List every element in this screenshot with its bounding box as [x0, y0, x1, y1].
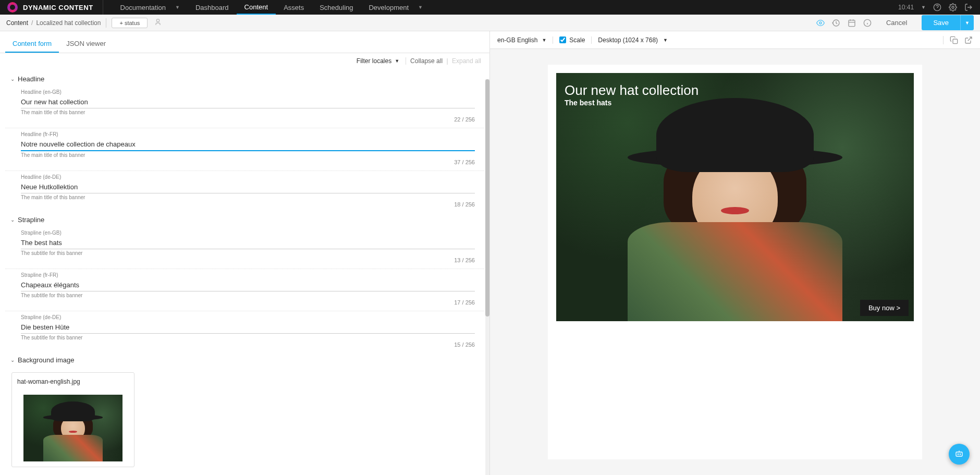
char-count: 22 / 256 — [21, 116, 475, 123]
field-strapline-en: Strapline (en-GB) The subtitle for this … — [21, 230, 475, 263]
help-icon[interactable] — [933, 3, 941, 11]
headline-de-input[interactable] — [21, 181, 475, 193]
tab-content-form[interactable]: Content form — [5, 35, 59, 53]
calendar-icon[interactable] — [848, 19, 856, 27]
section-bgimage: ⌄ Background image hat-woman-english.jpg — [5, 353, 484, 467]
save-dropdown-button[interactable]: ▼ — [960, 15, 974, 30]
char-count: 37 / 256 — [21, 159, 475, 165]
language-dropdown[interactable]: en-GB English▼ — [497, 36, 553, 44]
breadcrumb-current: Localized hat collection — [36, 19, 101, 27]
field-label: Strapline (de-DE) — [21, 314, 475, 320]
history-icon[interactable] — [832, 19, 840, 27]
form-body: ⌄ Headline Headline (en-GB) The main tit… — [0, 69, 489, 475]
headline-en-input[interactable] — [21, 96, 475, 108]
external-link-icon[interactable] — [964, 36, 973, 44]
char-count: 18 / 256 — [21, 201, 475, 208]
collapse-all-button[interactable]: Collapse all — [410, 57, 443, 65]
preview-headline: Our new hat collection — [565, 82, 699, 99]
field-help: The main title of this banner — [21, 152, 475, 158]
field-separator — [5, 128, 484, 128]
logout-icon[interactable] — [964, 3, 973, 11]
strapline-de-input[interactable] — [21, 321, 475, 334]
scale-checkbox-input[interactable] — [559, 36, 566, 43]
breadcrumb: Content / Localized hat collection — [6, 19, 101, 27]
expand-all-button[interactable]: Expand all — [452, 57, 481, 65]
chevron-down-icon: ▼ — [418, 5, 423, 10]
tab-json-viewer[interactable]: JSON viewer — [59, 35, 113, 53]
section-strapline-toggle[interactable]: ⌄ Strapline — [5, 213, 484, 227]
buy-now-button[interactable]: Buy now > — [860, 300, 909, 316]
svg-point-9 — [960, 454, 960, 454]
field-strapline-de: Strapline (de-DE) The subtitle for this … — [21, 314, 475, 348]
chevron-down-icon: ▼ — [542, 38, 546, 43]
chevron-down-icon: ⌄ — [10, 217, 15, 223]
info-icon[interactable] — [863, 19, 872, 27]
divider — [106, 18, 106, 28]
strapline-fr-input[interactable] — [21, 279, 475, 291]
section-bgimage-toggle[interactable]: ⌄ Background image — [5, 353, 484, 367]
svg-point-1 — [952, 6, 954, 8]
chevron-down-icon: ▼ — [663, 38, 668, 43]
field-separator — [5, 311, 484, 311]
nav-content[interactable]: Content — [237, 0, 276, 15]
brand-name: DYNAMIC CONTENT — [23, 4, 93, 11]
field-help: The subtitle for this banner — [21, 335, 475, 340]
section-headline-toggle[interactable]: ⌄ Headline — [5, 72, 484, 86]
sub-bar: Content / Localized hat collection + sta… — [0, 15, 980, 31]
collapse-actions: Collapse all | Expand all — [410, 57, 481, 65]
char-count: 17 / 256 — [21, 299, 475, 306]
section-title: Strapline — [18, 216, 44, 224]
field-help: The main title of this banner — [21, 194, 475, 200]
nav-scheduling[interactable]: Scheduling — [312, 0, 361, 15]
breadcrumb-sep: / — [31, 19, 33, 27]
strapline-en-input[interactable] — [21, 237, 475, 249]
right-panel: en-GB English▼ Scale Desktop (1024 x 768… — [490, 31, 980, 475]
svg-point-2 — [157, 19, 160, 22]
breadcrumb-root[interactable]: Content — [6, 19, 28, 27]
image-filename: hat-woman-english.jpg — [17, 378, 129, 385]
preview-area: Our new hat collection The best hats Buy… — [490, 49, 980, 475]
time-display: 10:41 — [898, 4, 914, 11]
add-status-button[interactable]: + status — [112, 18, 148, 28]
field-label: Strapline (fr-FR) — [21, 272, 475, 278]
divider — [103, 0, 103, 15]
copy-icon[interactable] — [950, 36, 958, 44]
svg-rect-4 — [849, 20, 855, 26]
preview-banner: Our new hat collection The best hats Buy… — [556, 73, 914, 321]
image-card[interactable]: hat-woman-english.jpg — [11, 372, 134, 467]
nav-documentation[interactable]: Documentation▼ — [113, 0, 188, 15]
char-count: 15 / 256 — [21, 342, 475, 348]
form-tabs: Content form JSON viewer — [0, 31, 489, 53]
preview-toolbar: en-GB English▼ Scale Desktop (1024 x 768… — [490, 31, 980, 49]
nav-development[interactable]: Development▼ — [361, 0, 431, 15]
section-title: Background image — [18, 356, 74, 364]
field-strapline-fr: Strapline (fr-FR) The subtitle for this … — [21, 272, 475, 306]
cancel-button[interactable]: Cancel — [879, 16, 914, 30]
chat-fab[interactable] — [949, 444, 970, 465]
scale-checkbox[interactable]: Scale — [559, 36, 592, 44]
field-separator — [5, 269, 484, 269]
scrollbar[interactable] — [485, 79, 489, 475]
settings-icon[interactable] — [949, 3, 957, 11]
preview-icon[interactable] — [816, 19, 825, 27]
scale-label: Scale — [569, 36, 585, 44]
filter-locales-dropdown[interactable]: Filter locales▼ — [357, 57, 406, 65]
field-help: The subtitle for this banner — [21, 250, 475, 256]
save-button[interactable]: Save — [922, 15, 960, 30]
headline-fr-input[interactable] — [21, 138, 475, 151]
device-dropdown[interactable]: Desktop (1024 x 768)▼ — [598, 36, 668, 44]
field-headline-en: Headline (en-GB) The main title of this … — [21, 89, 475, 123]
field-label: Headline (de-DE) — [21, 174, 475, 180]
top-nav: Documentation▼ Dashboard Content Assets … — [113, 0, 431, 15]
field-label: Headline (fr-FR) — [21, 131, 475, 137]
chevron-down-icon[interactable]: ▼ — [921, 5, 926, 10]
user-icon[interactable] — [154, 18, 162, 28]
top-bar: DYNAMIC CONTENT Documentation▼ Dashboard… — [0, 0, 980, 15]
svg-rect-7 — [956, 452, 962, 456]
nav-assets[interactable]: Assets — [276, 0, 312, 15]
nav-dashboard[interactable]: Dashboard — [188, 0, 237, 15]
field-help: The main title of this banner — [21, 109, 475, 115]
device-label: Desktop (1024 x 768) — [598, 36, 658, 44]
left-panel: Content form JSON viewer Filter locales▼… — [0, 31, 490, 475]
svg-point-3 — [819, 22, 822, 24]
